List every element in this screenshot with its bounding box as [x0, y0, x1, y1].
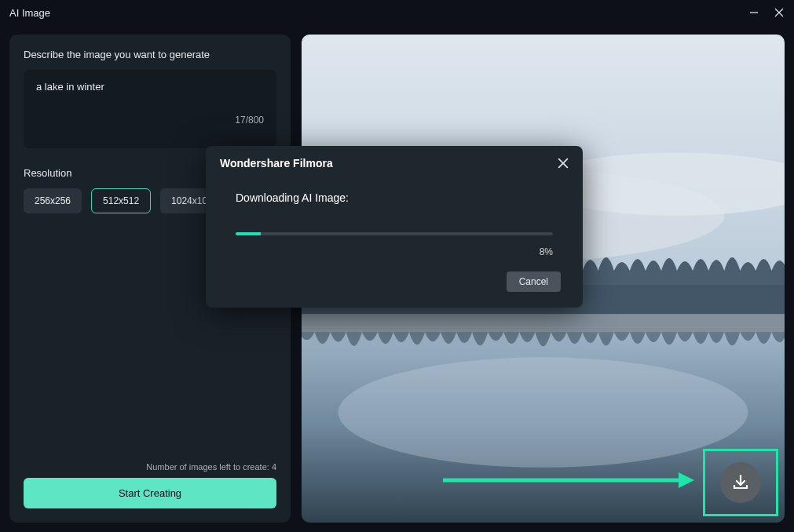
char-count: 17/800 [235, 115, 264, 126]
dialog-title: Wondershare Filmora [220, 157, 333, 169]
download-dialog: Wondershare Filmora Downloading AI Image… [206, 146, 583, 308]
progress-bar [236, 232, 553, 235]
download-button[interactable] [720, 462, 761, 503]
progress-percent: 8% [236, 246, 553, 257]
cancel-button[interactable]: Cancel [507, 271, 561, 292]
close-button[interactable] [774, 7, 785, 18]
minimize-button[interactable] [748, 7, 759, 18]
download-icon [731, 473, 750, 492]
resolution-option-256[interactable]: 256x256 [24, 188, 82, 213]
progress-fill [236, 232, 261, 235]
prompt-text: a lake in winter [36, 81, 264, 93]
app-title: AI Image [9, 7, 50, 19]
close-icon [558, 158, 569, 169]
titlebar: AI Image [0, 0, 794, 25]
svg-point-9 [338, 357, 748, 467]
dialog-close-button[interactable] [558, 158, 569, 169]
resolution-option-512[interactable]: 512x512 [91, 188, 151, 213]
download-message: Downloading AI Image: [236, 191, 553, 204]
start-creating-button[interactable]: Start Creating [24, 478, 276, 508]
images-left-label: Number of images left to create: 4 [24, 462, 276, 472]
prompt-input[interactable]: a lake in winter 17/800 [24, 70, 276, 148]
download-highlight [703, 449, 778, 516]
describe-label: Describe the image you want to generate [24, 49, 276, 60]
